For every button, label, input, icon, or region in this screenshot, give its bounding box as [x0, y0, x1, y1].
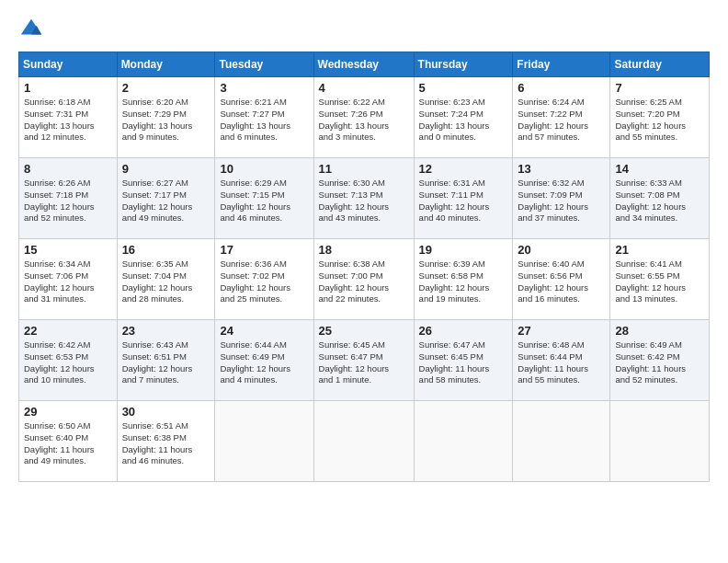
- calendar-cell: 27Sunrise: 6:48 AM Sunset: 6:44 PM Dayli…: [513, 320, 610, 401]
- day-info: Sunrise: 6:24 AM Sunset: 7:22 PM Dayligh…: [518, 97, 605, 144]
- calendar-header-monday: Monday: [117, 52, 215, 77]
- day-info: Sunrise: 6:30 AM Sunset: 7:13 PM Dayligh…: [319, 178, 409, 224]
- day-info: Sunrise: 6:40 AM Sunset: 6:56 PM Dayligh…: [518, 259, 605, 305]
- calendar-week-1: 8Sunrise: 6:26 AM Sunset: 7:18 PM Daylig…: [19, 158, 710, 239]
- calendar-cell: [313, 401, 414, 482]
- calendar-cell: 8Sunrise: 6:26 AM Sunset: 7:18 PM Daylig…: [19, 158, 118, 239]
- calendar-cell: 16Sunrise: 6:35 AM Sunset: 7:04 PM Dayli…: [117, 239, 215, 320]
- day-info: Sunrise: 6:43 AM Sunset: 6:51 PM Dayligh…: [122, 339, 210, 386]
- day-info: Sunrise: 6:48 AM Sunset: 6:44 PM Dayligh…: [518, 339, 605, 386]
- day-number: 28: [615, 324, 704, 338]
- page: SundayMondayTuesdayWednesdayThursdayFrid…: [0, 0, 728, 491]
- calendar-cell: 21Sunrise: 6:41 AM Sunset: 6:55 PM Dayli…: [610, 239, 710, 320]
- day-number: 18: [319, 243, 409, 257]
- day-info: Sunrise: 6:34 AM Sunset: 7:06 PM Dayligh…: [24, 259, 112, 305]
- day-number: 2: [122, 81, 210, 95]
- day-info: Sunrise: 6:31 AM Sunset: 7:11 PM Dayligh…: [419, 178, 508, 224]
- day-number: 11: [319, 162, 409, 176]
- calendar-table: SundayMondayTuesdayWednesdayThursdayFrid…: [18, 52, 710, 482]
- calendar-header-tuesday: Tuesday: [215, 52, 313, 77]
- calendar-week-4: 29Sunrise: 6:50 AM Sunset: 6:40 PM Dayli…: [19, 401, 710, 482]
- calendar-week-3: 22Sunrise: 6:42 AM Sunset: 6:53 PM Dayli…: [19, 320, 710, 401]
- day-number: 30: [122, 405, 210, 419]
- day-info: Sunrise: 6:21 AM Sunset: 7:27 PM Dayligh…: [220, 97, 308, 144]
- day-number: 3: [220, 81, 308, 95]
- calendar-header-wednesday: Wednesday: [313, 52, 414, 77]
- calendar-cell: 25Sunrise: 6:45 AM Sunset: 6:47 PM Dayli…: [313, 320, 414, 401]
- calendar-header-sunday: Sunday: [19, 52, 118, 77]
- day-info: Sunrise: 6:47 AM Sunset: 6:45 PM Dayligh…: [419, 339, 508, 386]
- calendar-header-row: SundayMondayTuesdayWednesdayThursdayFrid…: [19, 52, 710, 77]
- day-number: 12: [419, 162, 508, 176]
- day-info: Sunrise: 6:22 AM Sunset: 7:26 PM Dayligh…: [319, 97, 409, 144]
- calendar-cell: 3Sunrise: 6:21 AM Sunset: 7:27 PM Daylig…: [215, 77, 313, 158]
- day-info: Sunrise: 6:32 AM Sunset: 7:09 PM Dayligh…: [518, 178, 605, 224]
- calendar-cell: 18Sunrise: 6:38 AM Sunset: 7:00 PM Dayli…: [313, 239, 414, 320]
- header: [18, 17, 710, 42]
- calendar-cell: 28Sunrise: 6:49 AM Sunset: 6:42 PM Dayli…: [610, 320, 710, 401]
- calendar-week-2: 15Sunrise: 6:34 AM Sunset: 7:06 PM Dayli…: [19, 239, 710, 320]
- calendar-cell: 10Sunrise: 6:29 AM Sunset: 7:15 PM Dayli…: [215, 158, 313, 239]
- day-info: Sunrise: 6:33 AM Sunset: 7:08 PM Dayligh…: [615, 178, 704, 224]
- day-info: Sunrise: 6:38 AM Sunset: 7:00 PM Dayligh…: [319, 259, 409, 305]
- day-info: Sunrise: 6:51 AM Sunset: 6:38 PM Dayligh…: [122, 420, 210, 467]
- day-number: 6: [518, 81, 605, 95]
- day-number: 16: [122, 243, 210, 257]
- day-info: Sunrise: 6:29 AM Sunset: 7:15 PM Dayligh…: [220, 178, 308, 224]
- day-number: 24: [220, 324, 308, 338]
- day-info: Sunrise: 6:23 AM Sunset: 7:24 PM Dayligh…: [419, 97, 508, 144]
- calendar-cell: [215, 401, 313, 482]
- day-number: 7: [615, 81, 704, 95]
- calendar-week-0: 1Sunrise: 6:18 AM Sunset: 7:31 PM Daylig…: [19, 77, 710, 158]
- calendar-cell: 1Sunrise: 6:18 AM Sunset: 7:31 PM Daylig…: [19, 77, 118, 158]
- day-info: Sunrise: 6:35 AM Sunset: 7:04 PM Dayligh…: [122, 259, 210, 305]
- day-number: 26: [419, 324, 508, 338]
- calendar-cell: 26Sunrise: 6:47 AM Sunset: 6:45 PM Dayli…: [414, 320, 513, 401]
- day-info: Sunrise: 6:49 AM Sunset: 6:42 PM Dayligh…: [615, 339, 704, 386]
- calendar-cell: [610, 401, 710, 482]
- day-info: Sunrise: 6:36 AM Sunset: 7:02 PM Dayligh…: [220, 259, 308, 305]
- day-number: 29: [24, 405, 112, 419]
- day-number: 15: [24, 243, 112, 257]
- calendar-cell: 23Sunrise: 6:43 AM Sunset: 6:51 PM Dayli…: [117, 320, 215, 401]
- calendar-header-saturday: Saturday: [610, 52, 710, 77]
- day-number: 19: [419, 243, 508, 257]
- day-number: 22: [24, 324, 112, 338]
- calendar-cell: 24Sunrise: 6:44 AM Sunset: 6:49 PM Dayli…: [215, 320, 313, 401]
- day-info: Sunrise: 6:20 AM Sunset: 7:29 PM Dayligh…: [122, 97, 210, 144]
- calendar-cell: 12Sunrise: 6:31 AM Sunset: 7:11 PM Dayli…: [414, 158, 513, 239]
- day-number: 5: [419, 81, 508, 95]
- logo-icon: [18, 17, 44, 42]
- day-info: Sunrise: 6:25 AM Sunset: 7:20 PM Dayligh…: [615, 97, 704, 144]
- day-number: 13: [518, 162, 605, 176]
- calendar-cell: [414, 401, 513, 482]
- day-number: 27: [518, 324, 605, 338]
- day-number: 9: [122, 162, 210, 176]
- calendar-header-thursday: Thursday: [414, 52, 513, 77]
- day-number: 1: [24, 81, 112, 95]
- day-number: 21: [615, 243, 704, 257]
- day-info: Sunrise: 6:44 AM Sunset: 6:49 PM Dayligh…: [220, 339, 308, 386]
- day-number: 14: [615, 162, 704, 176]
- calendar-cell: 30Sunrise: 6:51 AM Sunset: 6:38 PM Dayli…: [117, 401, 215, 482]
- calendar-cell: 15Sunrise: 6:34 AM Sunset: 7:06 PM Dayli…: [19, 239, 118, 320]
- calendar-header-friday: Friday: [513, 52, 610, 77]
- calendar-cell: 4Sunrise: 6:22 AM Sunset: 7:26 PM Daylig…: [313, 77, 414, 158]
- day-info: Sunrise: 6:42 AM Sunset: 6:53 PM Dayligh…: [24, 339, 112, 386]
- calendar-cell: 2Sunrise: 6:20 AM Sunset: 7:29 PM Daylig…: [117, 77, 215, 158]
- calendar-cell: 20Sunrise: 6:40 AM Sunset: 6:56 PM Dayli…: [513, 239, 610, 320]
- logo: [18, 17, 48, 42]
- day-number: 10: [220, 162, 308, 176]
- day-info: Sunrise: 6:39 AM Sunset: 6:58 PM Dayligh…: [419, 259, 508, 305]
- calendar-cell: 14Sunrise: 6:33 AM Sunset: 7:08 PM Dayli…: [610, 158, 710, 239]
- day-info: Sunrise: 6:27 AM Sunset: 7:17 PM Dayligh…: [122, 178, 210, 224]
- day-number: 17: [220, 243, 308, 257]
- day-info: Sunrise: 6:26 AM Sunset: 7:18 PM Dayligh…: [24, 178, 112, 224]
- day-info: Sunrise: 6:50 AM Sunset: 6:40 PM Dayligh…: [24, 420, 112, 467]
- calendar-cell: 9Sunrise: 6:27 AM Sunset: 7:17 PM Daylig…: [117, 158, 215, 239]
- day-number: 8: [24, 162, 112, 176]
- calendar-cell: [513, 401, 610, 482]
- calendar-cell: 6Sunrise: 6:24 AM Sunset: 7:22 PM Daylig…: [513, 77, 610, 158]
- day-number: 20: [518, 243, 605, 257]
- calendar-cell: 11Sunrise: 6:30 AM Sunset: 7:13 PM Dayli…: [313, 158, 414, 239]
